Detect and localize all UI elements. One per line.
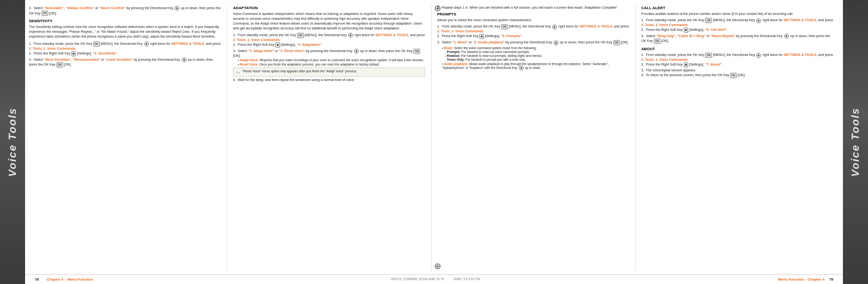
ok-key-p1: OK	[501, 24, 508, 29]
adapt-sub-bullets: • Adapt Voice: Requires that you make re…	[238, 58, 425, 66]
footer-center: 080716_CDM8950_ECHO.indd 78-79 2008.7.16…	[93, 277, 778, 282]
ok-key: OK	[41, 11, 48, 16]
about-steps: 1. From standby mode, press the OK Key O…	[641, 53, 833, 78]
adapt-step3: 3. Select "1. Adapt Voice" or "2. Reset …	[233, 49, 425, 57]
ok-key-a3: OK	[413, 49, 420, 54]
rsk-ca2: ■	[684, 27, 688, 33]
dir-key-a3	[354, 49, 359, 54]
rsk-a2: ■	[275, 42, 280, 48]
sens-step1: 1. From standby mode, press the OK Key O…	[29, 41, 221, 50]
sens-step3: 3. Select "Most Sensitive", "Recommended…	[29, 57, 221, 68]
prompts-title: PROMPTS	[437, 12, 629, 16]
adaptation-intro: Voice Command is speaker independent, wh…	[233, 12, 425, 31]
adaptation-note: ▭ "Reset Voice" menu option only appears…	[233, 68, 425, 77]
reset-voice-bullet: • Reset Voice: Once you finish the adapt…	[238, 63, 425, 66]
footer: 78 Chapter 4 – Menu Function 080716_CDM8…	[25, 274, 843, 284]
dir-key-s3	[182, 57, 187, 62]
sidebar-right: Voice Tools	[843, 0, 868, 284]
footer-right: Menu Function – Chapter 4 79	[778, 277, 833, 282]
note-icon: ▭	[236, 70, 240, 75]
call-alert-steps: 1. From standby mode, press the OK Key O…	[641, 18, 833, 44]
col-adaptation: ADAPTATION Voice Command is speaker inde…	[227, 6, 431, 270]
ok-key-ab1: OK	[705, 53, 712, 58]
footer-left: 78 Chapter 4 – Menu Function	[35, 277, 93, 282]
adapt-step2: 2. Press the Right Soft Key ■ [Settings]…	[233, 42, 425, 48]
prompts-steps: 1. From standby mode, press the OK Key O…	[437, 24, 629, 45]
crosshair-bottom-icon: ⊕	[434, 261, 441, 271]
audio-bullet: • Audio playback: Allows audio playback …	[442, 62, 629, 70]
ok-key-ca1: OK	[705, 18, 712, 23]
list-item-1: 3. Select "Automatic", "Always Confirm" …	[29, 6, 221, 16]
sidebar-left-text: Voice Tools	[6, 108, 19, 177]
dir-key-ca3	[784, 34, 789, 39]
adapt-step1: 1. From standby mode, press the OK Key O…	[233, 33, 425, 41]
sensitivity-steps: 1. From standby mode, press the OK Key O…	[29, 41, 221, 68]
adapt-step4: 4. Wait for the beep, and then repeat th…	[233, 78, 425, 81]
rsk-s2: ■	[71, 51, 76, 56]
about-title: ABOUT	[641, 47, 833, 51]
footer-filename: 080716_CDM8950_ECHO.indd 78-79	[391, 277, 444, 282]
chapter-label-right: Menu Function – Chapter 4	[778, 277, 824, 282]
chapter-label-left: Chapter 4 – Menu Function	[47, 277, 93, 282]
sensitivity-title: SENSITIVITY	[29, 19, 221, 23]
call-alert-intro: Provides audible readout of the phone nu…	[641, 12, 833, 16]
ca-step1: 1. From standby mode, press the OK Key O…	[641, 18, 833, 27]
page-container: Voice Tools ⊕ ⊕ 3. Select "Automatic", "…	[0, 0, 868, 284]
step5: 5. Repeat steps 1-4. When you are finish…	[437, 6, 629, 9]
adapt-voice-bullet: • Adapt Voice: Requires that you make re…	[238, 58, 425, 62]
page-num-left: 78	[35, 277, 39, 282]
page-num-right: 79	[829, 277, 833, 282]
ok-key-a1: OK	[297, 33, 304, 38]
call-alert-title: CALL ALERT	[641, 6, 833, 10]
adaptation-title: ADAPTATION	[233, 6, 425, 10]
mode-bullets: • Mode: Select the voice command system …	[442, 46, 629, 70]
ca-step2: 2. Press the Right Soft Key ■ [Settings]…	[641, 27, 833, 33]
ok-key-ab4: OK	[730, 73, 737, 78]
dir-key-p1	[552, 25, 557, 29]
crosshair-top-icon: ⊕	[434, 3, 441, 14]
sidebar-left: Voice Tools	[0, 0, 25, 284]
readout-sub: - Readout: For handset to read out promp…	[442, 54, 629, 57]
content-area: 3. Select "Automatic", "Always Confirm" …	[25, 0, 843, 274]
ok-key-p3: OK	[613, 40, 620, 45]
ab-step2: 2. Press the Right Soft Key ■ [Settings]…	[641, 62, 833, 68]
footer-date: 2008.7.16 4:51 PM	[453, 277, 480, 282]
ca-step3: 3. Select "Ring Only", "Caller ID + Ring…	[641, 34, 833, 44]
prompt-step3: 3. Select "1. Mode" or "2. Audio playbac…	[437, 40, 629, 45]
dir-key-s1	[144, 41, 149, 46]
sidebar-right-text: Voice Tools	[849, 108, 862, 177]
footer-chapter-left: Chapter 4 – Menu Function	[43, 277, 93, 282]
dir-key-icon	[175, 6, 179, 11]
prompts-intro: Allows you to select the voice command s…	[437, 18, 629, 23]
rsk-p2: ■	[479, 34, 484, 39]
prompts-sub: - Prompts: For handset to read out voice…	[442, 50, 629, 54]
rsk-ab2: ■	[684, 62, 688, 68]
sensitivity-body: The Sensitivity setting controls how the…	[29, 25, 221, 39]
sens-step2: 2. Press the Right Soft Key ■ [Settings]…	[29, 51, 221, 56]
dir-key-p3	[554, 41, 558, 45]
ab-step3: 3. The VoiceSignal version appears.	[641, 68, 833, 72]
dir-key-ab1	[756, 53, 761, 58]
ok-key-ca3: OK	[654, 39, 661, 44]
col-prompts: 5. Repeat steps 1-4. When you are finish…	[432, 6, 636, 270]
prompt-step1: 1. From standby mode, press the OK Key O…	[437, 24, 629, 33]
dir-key-ca1	[756, 18, 761, 23]
mode-bullet: • Mode: Select the voice command system …	[442, 46, 629, 50]
col-call-alert: CALL ALERT Provides audible readout of t…	[636, 6, 839, 270]
col-sensitivity: 3. Select "Automatic", "Always Confirm" …	[29, 6, 227, 270]
ab-step1: 1. From standby mode, press the OK Key O…	[641, 53, 833, 61]
prompt-step2: 2. Press the Right Soft Key ■ [Settings]…	[437, 34, 629, 39]
dir-key-a1	[348, 33, 353, 38]
main-content: 3. Select "Automatic", "Always Confirm" …	[25, 0, 843, 284]
ab-step4: 4. To return to the previous screen, the…	[641, 73, 833, 78]
ok-key-s3: OK	[56, 62, 63, 68]
note-text: "Reset Voice" menu option only appears a…	[242, 69, 357, 73]
adaptation-steps: 1. From standby mode, press the OK Key O…	[233, 33, 425, 57]
tones-sub: - Tones Only: For handset to prompt you …	[442, 58, 629, 61]
ok-key-s1: OK	[93, 41, 100, 47]
dir-key-audio	[519, 66, 524, 70]
